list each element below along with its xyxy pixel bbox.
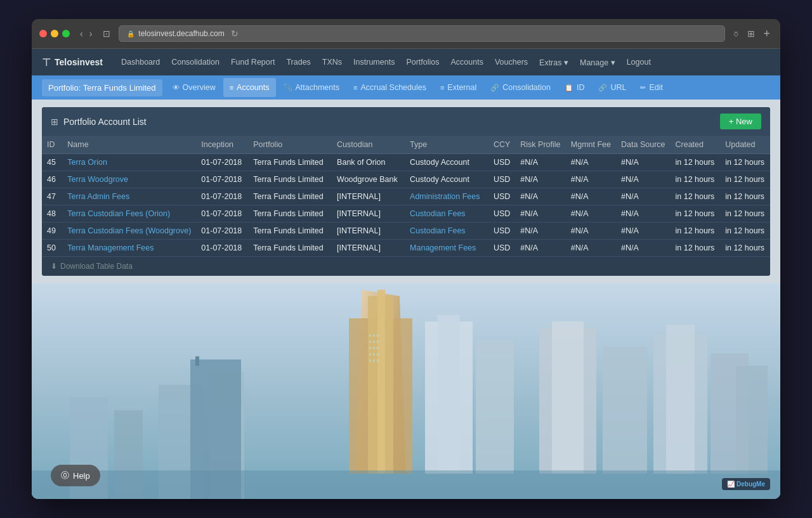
window-control-button[interactable]: ⊡ bbox=[100, 27, 114, 40]
brand: ⊤ Telosinvest bbox=[42, 56, 103, 68]
cell-updated: in 12 hours bbox=[720, 188, 770, 205]
svg-rect-32 bbox=[373, 353, 375, 356]
cell-created: in 12 hours bbox=[671, 205, 721, 223]
tab-attachments[interactable]: 📎 Attachments bbox=[277, 78, 346, 97]
cell-name[interactable]: Terra Woodgrove bbox=[62, 171, 196, 188]
table-row[interactable]: 50 Terra Management Fees 01-07-2018 Terr… bbox=[42, 240, 770, 257]
tab-bar: Portfolio: Terra Funds Limited 👁 Overvie… bbox=[32, 75, 780, 100]
cell-inception: 01-07-2018 bbox=[196, 240, 248, 257]
col-header-type: Type bbox=[405, 136, 488, 154]
cell-name[interactable]: Terra Custodian Fees (Woodgrove) bbox=[62, 223, 196, 240]
table-row[interactable]: 49 Terra Custodian Fees (Woodgrove) 01-0… bbox=[42, 223, 770, 240]
download-link[interactable]: ⬇ Download Table Data bbox=[51, 262, 761, 271]
cell-name[interactable]: Terra Management Fees bbox=[62, 240, 196, 257]
tab-external[interactable]: ≡ External bbox=[434, 78, 483, 97]
brand-icon: ⊤ bbox=[42, 56, 51, 68]
col-header-portfolio: Portfolio bbox=[248, 136, 332, 154]
svg-rect-22 bbox=[369, 334, 371, 337]
cell-name[interactable]: Terra Admin Fees bbox=[62, 188, 196, 205]
nav-portfolios[interactable]: Portfolios bbox=[400, 49, 445, 75]
tab-overview[interactable]: 👁 Overview bbox=[166, 78, 222, 97]
table-header-row: ⊞ Portfolio Account List + New bbox=[42, 107, 770, 136]
cell-custodian: [INTERNAL] bbox=[332, 223, 405, 240]
cell-portfolio: Terra Funds Limited bbox=[248, 223, 332, 240]
table-row[interactable]: 48 Terra Custodian Fees (Orion) 01-07-20… bbox=[42, 205, 770, 223]
col-header-inception: Inception bbox=[196, 136, 248, 154]
svg-rect-27 bbox=[377, 340, 379, 343]
nav-fund-report[interactable]: Fund Report bbox=[225, 49, 280, 75]
cell-id: 47 bbox=[42, 188, 62, 205]
col-header-ccy: CCY bbox=[488, 136, 515, 154]
nav-accounts[interactable]: Accounts bbox=[445, 49, 489, 75]
address-bar[interactable]: 🔒 telosinvest.decafhub.com ↻ bbox=[119, 25, 725, 42]
add-bookmark-button[interactable]: ⊞ bbox=[744, 27, 758, 40]
nav-trades[interactable]: Trades bbox=[280, 49, 316, 75]
cell-name[interactable]: Terra Orion bbox=[62, 154, 196, 171]
accrual-icon: ≡ bbox=[353, 84, 357, 91]
traffic-lights bbox=[39, 30, 70, 37]
reload-button[interactable]: ↻ bbox=[231, 29, 239, 39]
tab-consolidation[interactable]: 🔗 Consolidation bbox=[484, 78, 557, 97]
type-link[interactable]: Custodian Fees bbox=[410, 226, 466, 235]
nav-consolidation[interactable]: Consolidation bbox=[166, 49, 225, 75]
svg-rect-13 bbox=[476, 340, 514, 474]
cell-id: 48 bbox=[42, 205, 62, 223]
table-row[interactable]: 45 Terra Orion 01-07-2018 Terra Funds Li… bbox=[42, 154, 770, 171]
close-button[interactable] bbox=[39, 30, 47, 37]
cell-type: Custodian Fees bbox=[405, 205, 488, 223]
nav-extras[interactable]: Extras ▾ bbox=[534, 49, 574, 75]
cell-risk: #N/A bbox=[515, 171, 566, 188]
nav-manage[interactable]: Manage ▾ bbox=[574, 49, 621, 75]
help-button[interactable]: ⓪ Help bbox=[51, 465, 100, 486]
cell-portfolio: Terra Funds Limited bbox=[248, 154, 332, 171]
tab-edit[interactable]: ✏ Edit bbox=[634, 78, 669, 97]
cell-risk: #N/A bbox=[515, 188, 566, 205]
cell-type: Custody Account bbox=[405, 154, 488, 171]
table-row[interactable]: 46 Terra Woodgrove 01-07-2018 Terra Fund… bbox=[42, 171, 770, 188]
back-button[interactable]: ‹ bbox=[77, 27, 86, 40]
type-link[interactable]: Custodian Fees bbox=[410, 209, 466, 218]
cell-datasrc: #N/A bbox=[616, 171, 670, 188]
nav-logout[interactable]: Logout bbox=[621, 49, 657, 75]
browser-window: ‹ › ⊡ 🔒 telosinvest.decafhub.com ↻ ⎏ ⊞ +… bbox=[32, 19, 780, 499]
help-icon: ⓪ bbox=[61, 470, 69, 481]
cell-portfolio: Terra Funds Limited bbox=[248, 240, 332, 257]
table-container: ⊞ Portfolio Account List + New ID Name I… bbox=[42, 107, 770, 276]
new-tab-button[interactable]: + bbox=[761, 27, 773, 41]
tab-id[interactable]: 📋 ID bbox=[558, 78, 591, 97]
new-account-button[interactable]: + New bbox=[720, 113, 761, 129]
svg-rect-29 bbox=[373, 347, 375, 349]
cell-updated: in 12 hours bbox=[720, 223, 770, 240]
svg-rect-24 bbox=[377, 334, 379, 337]
cell-ccy: USD bbox=[488, 154, 515, 171]
cell-mgmt: #N/A bbox=[566, 188, 616, 205]
accounts-table: ID Name Inception Portfolio Custodian Ty… bbox=[42, 136, 770, 256]
share-button[interactable]: ⎏ bbox=[730, 27, 742, 40]
forward-button[interactable]: › bbox=[87, 27, 95, 40]
svg-rect-36 bbox=[377, 359, 379, 362]
accounts-icon: ≡ bbox=[230, 84, 233, 91]
cell-datasrc: #N/A bbox=[616, 205, 670, 223]
minimize-button[interactable] bbox=[51, 30, 58, 37]
nav-dashboard[interactable]: Dashboard bbox=[115, 49, 166, 75]
table-title-text: Portfolio Account List bbox=[63, 117, 147, 127]
nav-instruments[interactable]: Instruments bbox=[348, 49, 400, 75]
type-link[interactable]: Administration Fees bbox=[410, 192, 480, 201]
overview-icon: 👁 bbox=[173, 84, 180, 91]
cell-risk: #N/A bbox=[515, 240, 566, 257]
tab-url[interactable]: 🔗 URL bbox=[592, 78, 632, 97]
type-link[interactable]: Management Fees bbox=[410, 243, 476, 252]
tab-accounts-label: Accounts bbox=[237, 83, 269, 92]
cell-name[interactable]: Terra Custodian Fees (Orion) bbox=[62, 205, 196, 223]
top-nav: ⊤ Telosinvest Dashboard Consolidation Fu… bbox=[32, 49, 780, 75]
maximize-button[interactable] bbox=[62, 30, 70, 37]
cell-datasrc: #N/A bbox=[616, 240, 670, 257]
table-row[interactable]: 47 Terra Admin Fees 01-07-2018 Terra Fun… bbox=[42, 188, 770, 205]
nav-vouchers[interactable]: Vouchers bbox=[489, 49, 534, 75]
nav-txns[interactable]: TXNs bbox=[317, 49, 348, 75]
cell-type: Custodian Fees bbox=[405, 223, 488, 240]
tab-accounts[interactable]: ≡ Accounts bbox=[223, 78, 276, 97]
svg-rect-30 bbox=[377, 347, 379, 349]
tab-accrual-schedules[interactable]: ≡ Accrual Schedules bbox=[347, 78, 433, 97]
cell-datasrc: #N/A bbox=[616, 154, 670, 171]
